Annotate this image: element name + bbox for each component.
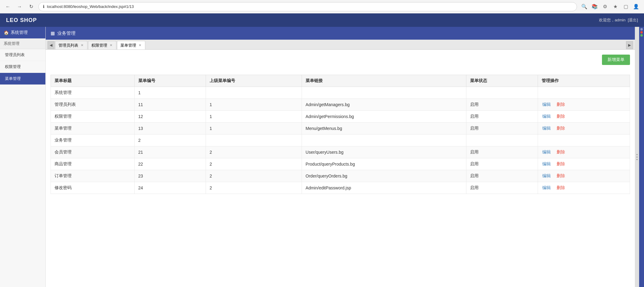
tab-bar: ◀ 管理员列表 ✕ 权限管理 ✕ 菜单管理 ✕ ▶ bbox=[46, 40, 635, 50]
sidebar-item-menus[interactable]: 菜单管理 bbox=[0, 73, 45, 85]
tab-menus[interactable]: 菜单管理 ✕ bbox=[117, 41, 145, 49]
edit-button[interactable]: 编辑 bbox=[542, 149, 551, 155]
browser-chrome: ← → ↻ ℹ localhost:8080/leoshop_Web/back/… bbox=[0, 0, 644, 13]
tab-permissions[interactable]: 权限管理 ✕ bbox=[88, 41, 116, 49]
menu-table: 菜单标题 菜单编号 上级菜单编号 菜单链接 菜单状态 管理操作 系统管理 1 bbox=[51, 75, 630, 194]
app-header-right: 欢迎您，admin [退出] bbox=[599, 17, 638, 23]
sidebar-permissions-label: 权限管理 bbox=[5, 64, 21, 69]
logout-link[interactable]: [退出] bbox=[628, 18, 638, 22]
handle-dot-3 bbox=[636, 159, 638, 160]
cell-title: 管理员列表 bbox=[51, 99, 135, 111]
edit-button[interactable]: 编辑 bbox=[542, 126, 551, 131]
col-title: 菜单标题 bbox=[51, 75, 135, 87]
cell-operations: 编辑 删除 bbox=[538, 170, 630, 182]
cell-parent-id bbox=[206, 87, 302, 99]
delete-button[interactable]: 删除 bbox=[556, 114, 566, 119]
collections-icon-btn[interactable]: ▢ bbox=[621, 2, 630, 11]
cell-parent-id: 2 bbox=[206, 158, 302, 170]
table-row: 商品管理 22 2 Product/queryProducts.bg 启用 编辑… bbox=[51, 158, 630, 170]
edit-button[interactable]: 编辑 bbox=[542, 185, 551, 191]
browser-toolbar: 🔍 📚 ⚙ ★ ▢ 👤 bbox=[580, 2, 640, 11]
cell-link: Admin/getManagers.bg bbox=[302, 99, 466, 111]
cell-id: 23 bbox=[134, 170, 206, 182]
cell-operations: 编辑 删除 bbox=[538, 146, 630, 158]
cell-id: 22 bbox=[134, 158, 206, 170]
cell-link: User/queryUsers.bg bbox=[302, 146, 466, 158]
sidebar: 🏠 系统管理 系统管理 管理员列表 权限管理 菜单管理 bbox=[0, 27, 46, 287]
cell-parent-id: 2 bbox=[206, 170, 302, 182]
table-header-row: 菜单标题 菜单编号 上级菜单编号 菜单链接 菜单状态 管理操作 bbox=[51, 75, 630, 87]
tab-scroll-left[interactable]: ◀ bbox=[48, 41, 55, 49]
address-bar[interactable]: ℹ localhost:8080/leoshop_Web/back/index.… bbox=[38, 2, 577, 11]
tab-managers-close[interactable]: ✕ bbox=[80, 43, 84, 47]
table-row: 会员管理 21 2 User/queryUsers.bg 启用 编辑 删除 bbox=[51, 146, 630, 158]
col-operations: 管理操作 bbox=[538, 75, 630, 87]
tab-permissions-close[interactable]: ✕ bbox=[109, 43, 113, 47]
right-panel-dot-red[interactable] bbox=[640, 31, 643, 34]
cell-title: 权限管理 bbox=[51, 111, 135, 123]
cell-parent-id bbox=[206, 135, 302, 146]
forward-button[interactable]: → bbox=[15, 2, 24, 11]
cell-parent-id: 1 bbox=[206, 123, 302, 135]
tab-menus-close[interactable]: ✕ bbox=[138, 43, 142, 47]
cell-status: 启用 bbox=[466, 146, 538, 158]
delete-button[interactable]: 删除 bbox=[556, 185, 566, 191]
add-menu-button[interactable]: 新增菜单 bbox=[602, 55, 630, 65]
back-button[interactable]: ← bbox=[4, 2, 12, 11]
tab-scroll-right[interactable]: ▶ bbox=[626, 41, 633, 49]
cell-id: 21 bbox=[134, 146, 206, 158]
edit-button[interactable]: 编辑 bbox=[542, 114, 551, 119]
right-panel bbox=[639, 27, 644, 287]
cell-operations: 编辑 删除 bbox=[538, 158, 630, 170]
cell-status: 启用 bbox=[466, 182, 538, 194]
table-row: 业务管理 2 bbox=[51, 135, 630, 146]
tab-permissions-label: 权限管理 bbox=[91, 43, 107, 48]
sidebar-item-permissions[interactable]: 权限管理 bbox=[0, 61, 45, 73]
cell-status: 启用 bbox=[466, 111, 538, 123]
cell-status bbox=[466, 135, 538, 146]
cell-id: 11 bbox=[134, 99, 206, 111]
edit-button[interactable]: 编辑 bbox=[542, 102, 551, 107]
cell-id: 1 bbox=[134, 87, 206, 99]
handle-dot-2 bbox=[636, 156, 638, 158]
col-parent-id: 上级菜单编号 bbox=[206, 75, 302, 87]
delete-button[interactable]: 删除 bbox=[556, 126, 566, 131]
cell-id: 13 bbox=[134, 123, 206, 135]
welcome-text: 欢迎您，admin bbox=[599, 18, 625, 22]
profile-icon-btn[interactable]: 👤 bbox=[632, 2, 640, 11]
right-panel-dot-green[interactable] bbox=[640, 34, 643, 37]
cell-operations bbox=[538, 135, 630, 146]
sidebar-item-managers[interactable]: 管理员列表 bbox=[0, 49, 45, 61]
sidebar-menus-label: 菜单管理 bbox=[5, 76, 21, 81]
search-icon-btn[interactable]: 🔍 bbox=[580, 2, 589, 11]
cell-link: Admin/getPermissions.bg bbox=[302, 111, 466, 123]
cell-parent-id: 2 bbox=[206, 146, 302, 158]
edit-button[interactable]: 编辑 bbox=[542, 173, 551, 179]
delete-button[interactable]: 删除 bbox=[556, 161, 566, 167]
delete-button[interactable]: 删除 bbox=[556, 102, 566, 107]
cell-link: Menu/getMenus.bg bbox=[302, 123, 466, 135]
table-row: 订单管理 23 2 Order/queryOrders.bg 启用 编辑 删除 bbox=[51, 170, 630, 182]
delete-button[interactable]: 删除 bbox=[556, 173, 566, 179]
settings-icon-btn[interactable]: ⚙ bbox=[601, 2, 609, 11]
cell-title: 会员管理 bbox=[51, 146, 135, 158]
content-area: 新增菜单 菜单标题 菜单编号 上级菜单编号 菜单链接 菜单状态 管理操作 系统管… bbox=[46, 50, 635, 287]
info-icon: ℹ bbox=[43, 4, 44, 9]
delete-button[interactable]: 删除 bbox=[556, 149, 566, 155]
favorites-icon-btn[interactable]: ★ bbox=[611, 2, 620, 11]
cell-title: 业务管理 bbox=[51, 135, 135, 146]
side-scrollbar-handle[interactable] bbox=[635, 27, 639, 287]
app-layout: 🏠 系统管理 系统管理 管理员列表 权限管理 菜单管理 ▦ 业务管理 ◀ 管理员… bbox=[0, 27, 644, 287]
cell-operations bbox=[538, 87, 630, 99]
main-content: ▦ 业务管理 ◀ 管理员列表 ✕ 权限管理 ✕ 菜单管理 ✕ ▶ 新增菜单 bbox=[46, 27, 635, 287]
cell-status: 启用 bbox=[466, 123, 538, 135]
edit-button[interactable]: 编辑 bbox=[542, 161, 551, 167]
sidebar-section-title[interactable]: 🏠 系统管理 bbox=[0, 27, 45, 38]
tab-managers[interactable]: 管理员列表 ✕ bbox=[55, 41, 87, 49]
cell-operations: 编辑 删除 bbox=[538, 99, 630, 111]
read-icon-btn[interactable]: 📚 bbox=[590, 2, 599, 11]
table-row: 修改密码 24 2 Admin/editPassword.jsp 启用 编辑 删… bbox=[51, 182, 630, 194]
cell-status: 启用 bbox=[466, 99, 538, 111]
refresh-button[interactable]: ↻ bbox=[27, 2, 35, 11]
cell-parent-id: 1 bbox=[206, 111, 302, 123]
